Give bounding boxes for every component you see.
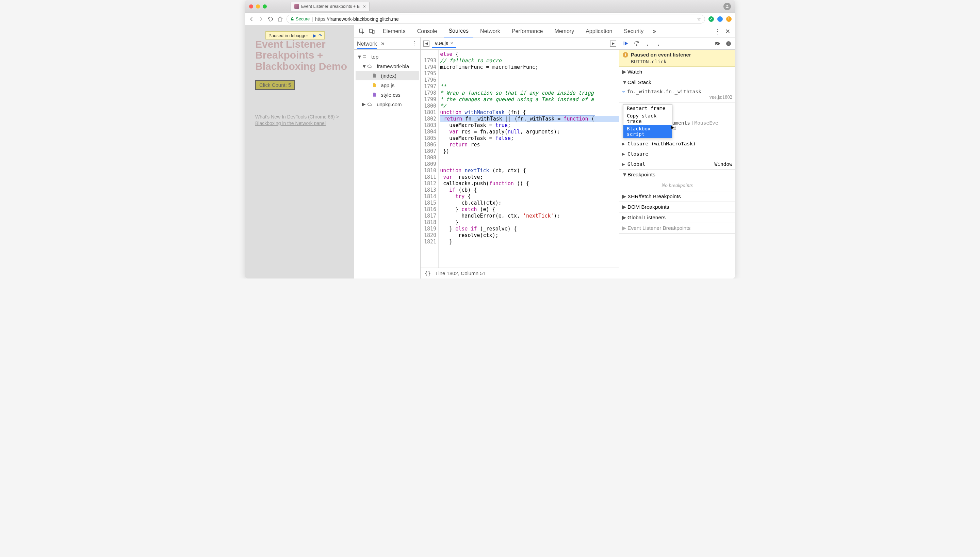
- tree-file-index[interactable]: (index): [355, 71, 419, 80]
- extension-icon-1[interactable]: ✓: [709, 16, 714, 22]
- tab-close-icon[interactable]: ×: [363, 4, 366, 9]
- devtools-panel: Elements Console Sources Network Perform…: [354, 25, 735, 278]
- deactivate-breakpoints-icon[interactable]: [715, 41, 721, 47]
- line-gutter: 1793179417951796179717981799180018011802…: [420, 50, 439, 268]
- window-titlebar: Event Listener Breakpoints + B ×: [245, 0, 735, 13]
- overlay-resume-icon[interactable]: ▶: [313, 33, 316, 38]
- ctx-restart-frame[interactable]: Restart frame: [623, 104, 672, 112]
- cursor-icon: [670, 124, 675, 130]
- step-over-icon[interactable]: [634, 41, 640, 47]
- svg-point-10: [726, 41, 731, 46]
- close-window-button[interactable]: [249, 5, 253, 8]
- code-editor[interactable]: 1793179417951796179717981799180018011802…: [420, 50, 619, 268]
- stack-frame[interactable]: ➔fn._withTask.fn._withTask: [622, 89, 732, 94]
- device-mode-icon[interactable]: [368, 27, 376, 36]
- tree-file-appjs[interactable]: app.js: [355, 80, 419, 90]
- editor-nav-back-icon[interactable]: ◀: [423, 41, 430, 47]
- step-out-icon[interactable]: [655, 41, 662, 47]
- tab-title: Event Listener Breakpoints + B: [301, 4, 360, 9]
- window-controls: [249, 5, 267, 8]
- cursor-position: Line 1802, Column 51: [436, 270, 485, 276]
- svg-rect-3: [373, 30, 374, 33]
- tab-application[interactable]: Application: [581, 25, 617, 37]
- paused-overlay-label: Paused in debugger: [266, 33, 311, 38]
- devtools-menu-icon[interactable]: ⋮: [713, 27, 721, 36]
- maximize-window-button[interactable]: [263, 5, 267, 8]
- step-into-icon[interactable]: [644, 41, 651, 47]
- info-icon: i: [623, 52, 628, 57]
- svg-point-0: [727, 5, 728, 7]
- editor-footer: {} Line 1802, Column 51: [420, 268, 619, 278]
- scope-closure-1[interactable]: ▶Closure (withMacroTask): [619, 138, 735, 149]
- secure-badge: Secure: [290, 16, 310, 21]
- svg-point-8: [658, 45, 659, 46]
- paused-reason: Paused on event listener: [631, 52, 691, 57]
- tab-network[interactable]: Network: [475, 25, 505, 37]
- global-listeners-section[interactable]: ▶Global Listeners: [619, 212, 735, 223]
- watch-section[interactable]: ▶Watch: [619, 67, 735, 77]
- tree-domain-2[interactable]: ▶ unpkg.com: [355, 99, 419, 109]
- more-tabs-icon[interactable]: »: [650, 27, 659, 36]
- editor-run-icon[interactable]: ▶: [610, 41, 616, 47]
- navigator-pane: Network » ⋮ ▼ top ▼ framework-bla (index…: [354, 37, 420, 278]
- stack-location: vue.js:1802: [709, 94, 732, 100]
- address-bar: Secure | https://framework-blackboxing.g…: [245, 13, 735, 25]
- scope-global[interactable]: ▶GlobalWindow: [619, 159, 735, 169]
- no-breakpoints-label: No breakpoints: [619, 180, 735, 191]
- pretty-print-icon[interactable]: {}: [425, 270, 431, 277]
- bookmark-star-icon[interactable]: ☆: [697, 16, 701, 22]
- navigator-more-icon[interactable]: »: [381, 40, 385, 47]
- resume-icon[interactable]: [623, 41, 629, 47]
- svg-rect-4: [363, 55, 366, 58]
- editor-tab-close-icon[interactable]: ×: [450, 40, 453, 46]
- dom-breakpoints-section[interactable]: ▶DOM Breakpoints: [619, 202, 735, 212]
- reload-button[interactable]: [268, 16, 274, 22]
- tree-domain-1[interactable]: ▼ framework-bla: [355, 61, 419, 71]
- svg-rect-11: [728, 42, 729, 45]
- url-input[interactable]: Secure | https://framework-blackboxing.g…: [287, 15, 705, 23]
- debugger-pane: iPaused on event listener BUTTON.click ▶…: [619, 37, 735, 278]
- back-button[interactable]: [248, 16, 255, 22]
- ctx-copy-stack[interactable]: Copy stack trace: [623, 112, 672, 125]
- tab-sources[interactable]: Sources: [444, 25, 473, 37]
- home-icon[interactable]: [277, 16, 283, 22]
- page-dimmer: [245, 25, 354, 278]
- tab-performance[interactable]: Performance: [507, 25, 548, 37]
- editor-file-tab[interactable]: vue.js×: [432, 39, 456, 48]
- tree-file-stylecss[interactable]: style.css: [355, 90, 419, 99]
- paused-overlay: Paused in debugger ▶ ↷: [265, 31, 325, 39]
- tab-memory[interactable]: Memory: [550, 25, 579, 37]
- extension-icon-2[interactable]: [717, 16, 723, 22]
- svg-rect-5: [624, 42, 625, 45]
- scope-closure-2[interactable]: ▶Closure: [619, 149, 735, 159]
- profile-avatar[interactable]: [724, 3, 731, 10]
- svg-point-6: [636, 45, 637, 46]
- tab-elements[interactable]: Elements: [378, 25, 410, 37]
- event-listener-breakpoints-section[interactable]: ▶Event Listener Breakpoints: [619, 223, 735, 233]
- overlay-step-icon[interactable]: ↷: [318, 33, 322, 38]
- svg-point-7: [647, 45, 648, 46]
- forward-button[interactable]: [258, 16, 264, 22]
- ctx-blackbox-script[interactable]: Blackbox script: [623, 125, 672, 138]
- pause-exceptions-icon[interactable]: [725, 41, 732, 47]
- tree-top[interactable]: ▼ top: [355, 52, 419, 61]
- callstack-section[interactable]: ▼Call Stack: [619, 77, 735, 88]
- devtools-close-icon[interactable]: ✕: [724, 27, 732, 36]
- favicon: [294, 4, 299, 9]
- content-area: Paused in debugger ▶ ↷ Event Listener Br…: [245, 25, 735, 278]
- file-tree: ▼ top ▼ framework-bla (index) app.js sty…: [354, 50, 420, 111]
- breakpoints-section[interactable]: ▼Breakpoints: [619, 169, 735, 180]
- tab-security[interactable]: Security: [619, 25, 648, 37]
- tab-console[interactable]: Console: [412, 25, 442, 37]
- minimize-window-button[interactable]: [256, 5, 260, 8]
- navigator-tab[interactable]: Network: [357, 41, 377, 49]
- browser-tab[interactable]: Event Listener Breakpoints + B ×: [290, 2, 370, 11]
- navigator-menu-icon[interactable]: ⋮: [411, 40, 417, 47]
- context-menu: Restart frame Copy stack trace Blackbox …: [623, 104, 672, 138]
- inspect-element-icon[interactable]: [358, 27, 366, 36]
- url-text: https://framework-blackboxing.glitch.me: [315, 16, 399, 22]
- devtools-tabbar: Elements Console Sources Network Perform…: [354, 25, 735, 37]
- extension-icon-3[interactable]: !: [726, 16, 732, 22]
- debugger-toolbar: [619, 37, 735, 50]
- xhr-breakpoints-section[interactable]: ▶XHR/fetch Breakpoints: [619, 191, 735, 202]
